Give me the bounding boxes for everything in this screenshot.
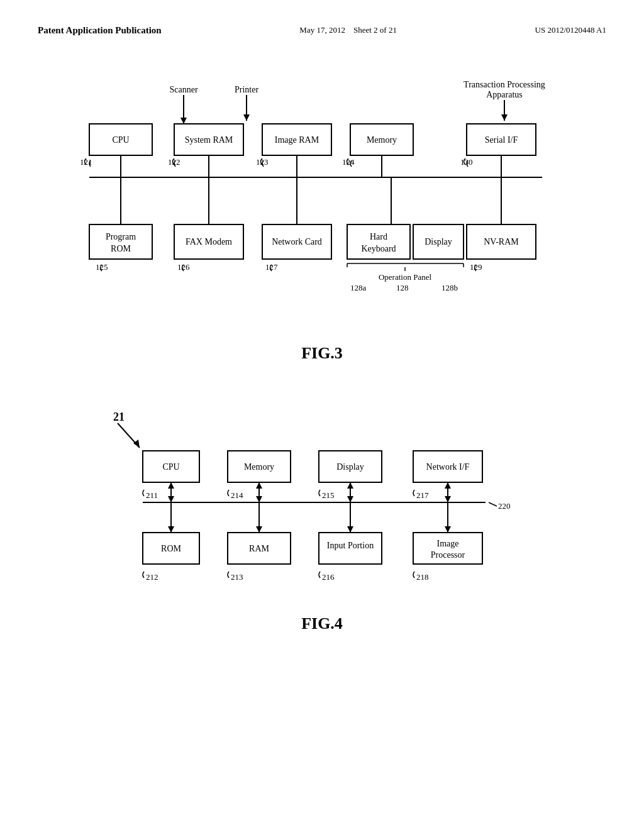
svg-rect-47 bbox=[413, 224, 464, 259]
svg-text:Image: Image bbox=[437, 539, 459, 548]
svg-marker-3 bbox=[243, 114, 250, 121]
svg-line-78 bbox=[489, 502, 497, 506]
svg-text:Network I/F: Network I/F bbox=[426, 462, 470, 472]
svg-text:Image RAM: Image RAM bbox=[275, 135, 319, 145]
svg-text:216: 216 bbox=[322, 572, 335, 582]
svg-text:Network Card: Network Card bbox=[272, 237, 322, 246]
svg-text:Operation Panel: Operation Panel bbox=[379, 272, 432, 282]
fig4-label: FIG.4 bbox=[38, 614, 606, 633]
fig3-diagram: Scanner Printer Transaction Processing A… bbox=[52, 74, 592, 338]
header-left: Patent Application Publication bbox=[38, 25, 162, 36]
svg-text:128a: 128a bbox=[350, 283, 367, 292]
svg-marker-99 bbox=[445, 496, 451, 502]
svg-text:Processor: Processor bbox=[431, 550, 465, 560]
svg-marker-83 bbox=[168, 526, 174, 533]
fig3-label: FIG.3 bbox=[38, 344, 606, 363]
svg-marker-89 bbox=[256, 496, 262, 502]
header-right: US 2012/0120448 A1 bbox=[535, 25, 606, 35]
svg-text:127: 127 bbox=[265, 262, 278, 272]
svg-text:214: 214 bbox=[231, 490, 243, 500]
svg-text:Memory: Memory bbox=[367, 135, 397, 145]
svg-marker-93 bbox=[347, 526, 353, 533]
svg-text:Input Portion: Input Portion bbox=[327, 541, 374, 550]
svg-text:211: 211 bbox=[146, 490, 158, 500]
svg-rect-34 bbox=[89, 224, 152, 259]
svg-text:Memory: Memory bbox=[244, 462, 274, 472]
fig3-section: Scanner Printer Transaction Processing A… bbox=[38, 74, 606, 363]
svg-text:122: 122 bbox=[168, 157, 180, 167]
page: Patent Application Publication May 17, 2… bbox=[0, 0, 644, 830]
svg-text:220: 220 bbox=[498, 501, 511, 511]
svg-marker-61 bbox=[180, 118, 187, 124]
svg-text:Program: Program bbox=[106, 232, 136, 241]
svg-rect-38 bbox=[174, 224, 243, 259]
svg-text:ROM: ROM bbox=[111, 244, 131, 253]
svg-text:217: 217 bbox=[416, 490, 429, 500]
svg-text:125: 125 bbox=[96, 262, 108, 272]
svg-rect-57 bbox=[467, 224, 536, 259]
svg-text:128: 128 bbox=[396, 283, 409, 292]
svg-text:124: 124 bbox=[342, 157, 355, 167]
svg-text:ROM: ROM bbox=[161, 544, 181, 553]
svg-text:Printer: Printer bbox=[235, 85, 258, 94]
header: Patent Application Publication May 17, 2… bbox=[38, 25, 606, 36]
svg-rect-41 bbox=[262, 224, 331, 259]
svg-marker-96 bbox=[445, 482, 451, 489]
svg-text:212: 212 bbox=[146, 572, 158, 582]
svg-text:129: 129 bbox=[470, 262, 482, 272]
svg-text:CPU: CPU bbox=[162, 462, 179, 472]
svg-text:Hard: Hard bbox=[370, 232, 387, 241]
svg-marker-91 bbox=[347, 482, 353, 489]
svg-text:CPU: CPU bbox=[112, 135, 129, 145]
svg-text:130: 130 bbox=[460, 157, 473, 167]
svg-text:121: 121 bbox=[80, 157, 92, 167]
header-center: May 17, 2012 Sheet 2 of 21 bbox=[299, 25, 397, 35]
svg-text:Keyboard: Keyboard bbox=[361, 244, 396, 253]
svg-text:System RAM: System RAM bbox=[185, 135, 233, 145]
svg-marker-64 bbox=[133, 440, 140, 448]
svg-marker-86 bbox=[256, 482, 262, 489]
svg-text:213: 213 bbox=[231, 572, 243, 582]
svg-text:126: 126 bbox=[177, 262, 190, 272]
svg-rect-11 bbox=[174, 124, 243, 155]
svg-marker-88 bbox=[256, 526, 262, 533]
svg-text:128b: 128b bbox=[441, 283, 458, 292]
svg-text:FAX Modem: FAX Modem bbox=[186, 237, 232, 246]
svg-rect-17 bbox=[350, 124, 413, 155]
svg-marker-84 bbox=[168, 496, 174, 502]
svg-text:Serial I/F: Serial I/F bbox=[485, 135, 518, 145]
svg-text:Scanner: Scanner bbox=[169, 85, 197, 94]
svg-marker-94 bbox=[347, 496, 353, 502]
svg-text:21: 21 bbox=[113, 411, 125, 423]
svg-text:218: 218 bbox=[416, 572, 429, 582]
svg-rect-44 bbox=[347, 224, 410, 259]
svg-text:NV-RAM: NV-RAM bbox=[484, 237, 519, 246]
svg-rect-20 bbox=[467, 124, 536, 155]
svg-text:Display: Display bbox=[336, 462, 364, 472]
svg-text:Display: Display bbox=[425, 237, 452, 246]
svg-marker-81 bbox=[168, 482, 174, 489]
svg-text:123: 123 bbox=[256, 157, 269, 167]
svg-marker-98 bbox=[445, 526, 451, 533]
svg-text:Transaction Processing: Transaction Processing bbox=[464, 80, 545, 89]
svg-text:Apparatus: Apparatus bbox=[486, 90, 523, 99]
svg-text:215: 215 bbox=[322, 490, 335, 500]
svg-marker-7 bbox=[501, 114, 508, 121]
svg-text:RAM: RAM bbox=[249, 544, 269, 553]
fig4-section: 21 CPU 211 Memory 214 Display bbox=[38, 394, 606, 633]
fig4-diagram: 21 CPU 211 Memory 214 Display bbox=[83, 394, 561, 608]
svg-rect-8 bbox=[89, 124, 152, 155]
svg-rect-14 bbox=[262, 124, 331, 155]
